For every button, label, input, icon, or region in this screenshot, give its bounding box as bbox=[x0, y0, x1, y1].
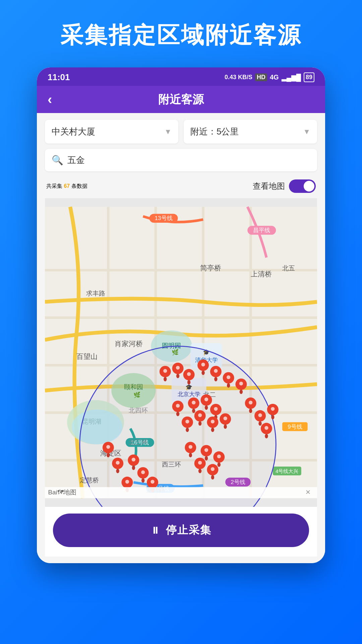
svg-point-140 bbox=[141, 470, 145, 474]
svg-point-56 bbox=[192, 409, 195, 413]
status-battery: 89 bbox=[304, 72, 314, 82]
svg-text:昌平线: 昌平线 bbox=[253, 227, 270, 233]
svg-point-129 bbox=[258, 413, 262, 417]
svg-point-135 bbox=[198, 461, 202, 465]
map-toggle-area[interactable]: 查看地图 bbox=[253, 179, 316, 193]
stats-text: 共采集 67 条数据 bbox=[46, 183, 87, 190]
chevron-down-icon: ▼ bbox=[303, 127, 310, 136]
status-speed: 0.43 KB/S bbox=[225, 74, 252, 81]
svg-point-70 bbox=[164, 377, 167, 381]
svg-text:9号线: 9号线 bbox=[288, 424, 302, 430]
svg-point-68 bbox=[224, 424, 227, 429]
svg-point-94 bbox=[205, 456, 208, 461]
content-area: 中关村大厦 ▼ 附近：5公里 ▼ 🔍 五金 共采集 67 条数据 查看地图 bbox=[37, 113, 325, 563]
stats-prefix: 共采集 bbox=[46, 183, 62, 189]
stop-button-label: 停止采集 bbox=[166, 523, 212, 538]
svg-point-108 bbox=[141, 478, 144, 483]
svg-point-58 bbox=[205, 406, 208, 410]
stats-suffix: 条数据 bbox=[71, 183, 87, 189]
svg-text:4号线大兴: 4号线大兴 bbox=[276, 468, 298, 474]
svg-point-137 bbox=[106, 445, 110, 449]
svg-text:求丰路: 求丰路 bbox=[86, 290, 105, 297]
svg-point-114 bbox=[192, 401, 195, 405]
map-toggle-label: 查看地图 bbox=[253, 181, 285, 192]
svg-point-131 bbox=[271, 407, 275, 411]
pause-icon: ⏸ bbox=[150, 525, 161, 536]
svg-text:简亭桥: 简亭桥 bbox=[200, 264, 221, 272]
bottom-bar: ⏸ 停止采集 bbox=[45, 507, 317, 556]
svg-point-86 bbox=[258, 421, 261, 426]
distance-label: 附近：5公里 bbox=[190, 126, 239, 138]
svg-rect-143 bbox=[45, 487, 317, 498]
search-input[interactable]: 五金 bbox=[67, 154, 85, 166]
status-signal-icon: ▂▄▆█ bbox=[282, 73, 301, 82]
svg-point-130 bbox=[264, 426, 268, 430]
svg-point-80 bbox=[227, 383, 230, 388]
stats-count: 67 bbox=[64, 183, 70, 189]
svg-text:上清桥: 上清桥 bbox=[251, 270, 272, 278]
svg-point-106 bbox=[132, 466, 135, 470]
search-bar[interactable]: 🔍 五金 bbox=[45, 149, 317, 171]
svg-point-100 bbox=[211, 475, 214, 479]
svg-point-90 bbox=[271, 415, 274, 419]
page-title: 附近客源 bbox=[158, 92, 204, 107]
distance-select[interactable]: 附近：5公里 ▼ bbox=[184, 120, 317, 144]
svg-point-126 bbox=[227, 375, 230, 379]
svg-point-88 bbox=[265, 434, 268, 438]
svg-text:✕: ✕ bbox=[305, 489, 311, 496]
svg-point-92 bbox=[189, 453, 192, 457]
svg-point-119 bbox=[211, 420, 215, 423]
stats-row: 共采集 67 条数据 查看地图 bbox=[45, 177, 317, 198]
svg-point-66 bbox=[211, 428, 214, 432]
stop-collect-button[interactable]: ⏸ 停止采集 bbox=[53, 514, 309, 547]
svg-point-104 bbox=[116, 469, 119, 473]
status-hd: HD bbox=[255, 73, 267, 81]
svg-point-98 bbox=[198, 469, 201, 473]
svg-point-127 bbox=[239, 382, 243, 385]
svg-point-125 bbox=[214, 369, 218, 373]
svg-point-64 bbox=[186, 428, 189, 432]
svg-point-142 bbox=[125, 480, 129, 484]
svg-point-138 bbox=[116, 461, 119, 465]
svg-point-62 bbox=[198, 421, 201, 426]
map-svg: 昆明湖 颐和园 🌿 圆明园 🌿 🎓 清华大学 🎓 北京大学 bbox=[45, 198, 317, 507]
svg-text:Bai🗺地图: Bai🗺地图 bbox=[48, 489, 76, 496]
svg-point-118 bbox=[185, 420, 189, 423]
chevron-down-icon: ▼ bbox=[164, 127, 172, 136]
svg-point-141 bbox=[150, 480, 154, 484]
svg-point-132 bbox=[189, 445, 192, 449]
svg-point-74 bbox=[187, 380, 190, 384]
svg-point-72 bbox=[176, 374, 179, 378]
svg-point-124 bbox=[201, 363, 205, 366]
back-button[interactable]: ‹ bbox=[48, 92, 52, 107]
svg-point-115 bbox=[204, 397, 208, 401]
svg-point-136 bbox=[211, 467, 215, 471]
svg-point-76 bbox=[201, 371, 204, 375]
hero-title: 采集指定区域附近客源 bbox=[60, 20, 302, 51]
location-label: 中关村大厦 bbox=[52, 126, 95, 138]
status-time: 11:01 bbox=[48, 72, 70, 83]
phone-frame: 11:01 0.43 KB/S HD 4G ▂▄▆█ 89 ‹ 附近客源 中关村… bbox=[37, 67, 325, 563]
svg-text:肖家河桥: 肖家河桥 bbox=[115, 340, 143, 347]
svg-text:北五: 北五 bbox=[282, 265, 295, 272]
svg-point-113 bbox=[176, 404, 180, 408]
map-toggle-switch[interactable] bbox=[289, 179, 316, 193]
svg-point-123 bbox=[187, 372, 191, 376]
svg-point-96 bbox=[218, 463, 221, 467]
svg-point-139 bbox=[132, 458, 135, 461]
filter-row: 中关村大厦 ▼ 附近：5公里 ▼ bbox=[45, 120, 317, 144]
search-icon: 🔍 bbox=[52, 155, 63, 166]
map-container: 昆明湖 颐和园 🌿 圆明园 🌿 🎓 清华大学 🎓 北京大学 bbox=[45, 198, 317, 507]
svg-point-121 bbox=[163, 369, 167, 373]
svg-point-102 bbox=[107, 453, 110, 457]
status-bar: 11:01 0.43 KB/S HD 4G ▂▄▆█ 89 bbox=[37, 67, 325, 86]
svg-point-128 bbox=[249, 401, 252, 405]
svg-point-82 bbox=[240, 389, 243, 394]
svg-point-54 bbox=[176, 412, 179, 416]
svg-point-84 bbox=[249, 409, 252, 413]
svg-point-134 bbox=[217, 454, 221, 458]
location-select[interactable]: 中关村大厦 ▼ bbox=[45, 120, 178, 144]
svg-point-116 bbox=[214, 407, 218, 411]
svg-text:百望山: 百望山 bbox=[76, 353, 98, 360]
svg-point-120 bbox=[224, 417, 227, 420]
